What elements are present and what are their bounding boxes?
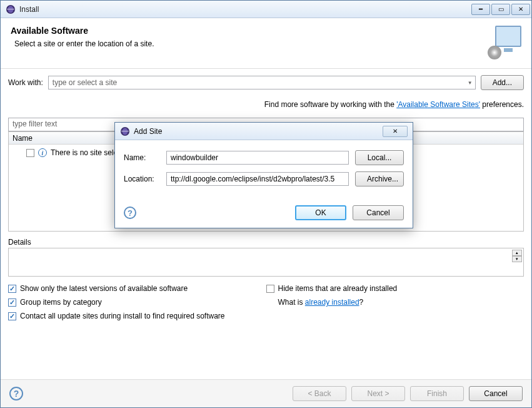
- close-button[interactable]: ✕: [511, 4, 530, 15]
- window-title: Install: [19, 5, 470, 14]
- wizard-header: Available Software Select a site or ente…: [1, 18, 531, 69]
- info-icon: i: [38, 148, 47, 157]
- next-button[interactable]: Next >: [351, 386, 405, 401]
- checkbox[interactable]: [266, 285, 274, 293]
- work-with-row: Work with: type or select a site ▼ Add..…: [8, 75, 524, 90]
- window-controls: ━ ▭ ✕: [470, 4, 530, 15]
- checkbox-checked[interactable]: ✓: [8, 298, 16, 307]
- add-site-dialog: Add Site ✕ Name: Local... Location: Arch…: [114, 122, 413, 228]
- archive-button[interactable]: Archive...: [355, 171, 404, 186]
- help-icon[interactable]: ?: [124, 207, 136, 219]
- cancel-button[interactable]: Cancel: [469, 386, 523, 401]
- page-subtitle: Select a site or enter the location of a…: [11, 39, 490, 48]
- opt-hide-installed[interactable]: Hide items that are already installed: [266, 284, 524, 293]
- location-label: Location:: [124, 175, 160, 183]
- svg-rect-5: [121, 131, 129, 131]
- details-spinner[interactable]: ▴▾: [512, 250, 522, 262]
- eclipse-icon: [6, 4, 16, 14]
- ok-button[interactable]: OK: [295, 205, 346, 220]
- name-label: Name:: [124, 153, 160, 162]
- finish-button[interactable]: Finish: [410, 386, 464, 401]
- titlebar: Install ━ ▭ ✕: [1, 1, 531, 18]
- checkbox-checked[interactable]: ✓: [8, 285, 16, 293]
- dialog-titlebar: Add Site ✕: [115, 123, 413, 140]
- dialog-footer: ? OK Cancel: [124, 205, 404, 220]
- help-icon[interactable]: ?: [9, 387, 23, 400]
- already-installed-link[interactable]: already installed: [305, 298, 359, 307]
- page-title: Available Software: [11, 26, 490, 36]
- opt-contact-sites[interactable]: ✓ Contact all update sites during instal…: [8, 312, 266, 320]
- dialog-cancel-button[interactable]: Cancel: [353, 205, 404, 220]
- local-button[interactable]: Local...: [355, 150, 404, 165]
- dialog-close-button[interactable]: ✕: [383, 126, 408, 137]
- opt-group-category[interactable]: ✓ Group items by category: [8, 298, 266, 307]
- eclipse-icon: [120, 126, 130, 136]
- name-input[interactable]: [166, 151, 349, 165]
- chevron-down-icon: ▼: [468, 80, 473, 86]
- checkbox-checked[interactable]: ✓: [8, 312, 16, 320]
- work-with-combo[interactable]: type or select a site ▼: [48, 76, 476, 89]
- what-is-installed: What is already installed?: [266, 298, 524, 307]
- maximize-button[interactable]: ▭: [491, 4, 510, 15]
- checkbox[interactable]: [26, 149, 34, 157]
- filter-placeholder: type filter text: [13, 120, 57, 128]
- wizard-footer: ? < Back Next > Finish Cancel: [1, 379, 531, 407]
- details-box: ▴▾: [8, 248, 524, 277]
- sites-hint: Find more software by working with the '…: [8, 100, 524, 109]
- install-banner-icon: [490, 26, 521, 57]
- minimize-button[interactable]: ━: [471, 4, 490, 15]
- details-label: Details: [8, 238, 524, 247]
- back-button[interactable]: < Back: [293, 386, 346, 401]
- options-area: ✓ Show only the latest versions of avail…: [8, 284, 524, 325]
- work-with-label: Work with:: [8, 78, 43, 87]
- location-input[interactable]: [166, 172, 349, 186]
- work-with-placeholder: type or select a site: [53, 78, 117, 87]
- svg-rect-2: [7, 9, 14, 9]
- opt-latest-versions[interactable]: ✓ Show only the latest versions of avail…: [8, 284, 266, 293]
- name-row: Name: Local...: [124, 150, 404, 165]
- add-button[interactable]: Add...: [481, 75, 524, 90]
- dialog-title: Add Site: [134, 127, 383, 136]
- available-sites-link[interactable]: 'Available Software Sites': [396, 100, 480, 109]
- location-row: Location: Archive...: [124, 171, 404, 186]
